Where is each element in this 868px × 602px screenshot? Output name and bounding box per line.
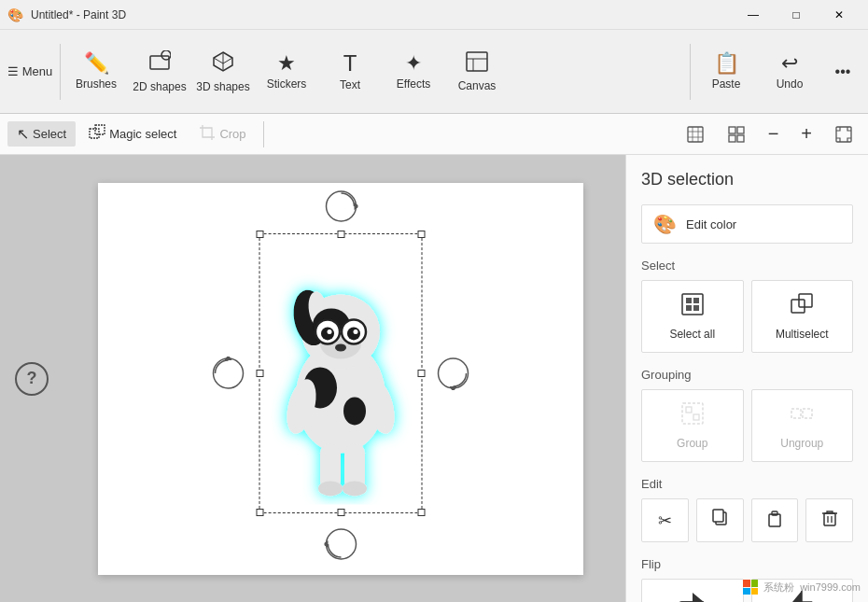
svg-rect-10 xyxy=(729,135,735,142)
zoom-out-button[interactable]: − xyxy=(761,119,787,148)
help-button[interactable]: ? xyxy=(15,362,49,396)
title-bar: 🎨 Untitled* - Paint 3D — □ ✕ xyxy=(0,0,868,30)
paste-icon: 📋 xyxy=(714,53,739,74)
effects-icon: ✦ xyxy=(405,53,422,74)
toolbar-brushes[interactable]: ✏️ Brushes xyxy=(64,35,128,109)
toolbar-paste[interactable]: 📋 Paste xyxy=(694,35,758,109)
crop-button[interactable]: Crop xyxy=(189,120,255,148)
fit-button[interactable] xyxy=(827,121,861,147)
brushes-icon: ✏️ xyxy=(84,53,109,74)
svg-rect-53 xyxy=(791,409,801,418)
zoom-in-button[interactable]: + xyxy=(793,119,819,148)
text-icon: T xyxy=(343,52,357,75)
view-3d-button[interactable] xyxy=(679,121,712,147)
stickers-icon: ★ xyxy=(277,53,296,74)
right-panel: 3D selection 🎨 Edit color Select Select … xyxy=(625,155,868,602)
windows-logo xyxy=(743,580,758,595)
select-button[interactable]: ↖ Select xyxy=(7,121,76,147)
ungroup-label: Ungroup xyxy=(780,437,823,450)
flip-vertical-button[interactable] xyxy=(641,579,744,602)
handle-bottom-center[interactable] xyxy=(337,509,344,516)
svg-point-35 xyxy=(326,191,356,221)
handle-top-left[interactable] xyxy=(257,231,264,238)
toolbar-effects[interactable]: ✦ Effects xyxy=(382,35,445,109)
svg-point-41 xyxy=(439,358,469,388)
magic-select-icon xyxy=(89,124,105,145)
svg-point-39 xyxy=(214,358,244,388)
svg-rect-43 xyxy=(682,294,703,315)
app-title: Untitled* - Paint 3D xyxy=(31,8,126,21)
toolbar-more[interactable]: ••• xyxy=(821,35,864,109)
grouping-section-label: Grouping xyxy=(641,368,853,382)
svg-rect-8 xyxy=(729,127,735,133)
paste-edit-button[interactable] xyxy=(751,498,799,542)
main-area: ? xyxy=(0,155,868,602)
handle-bottom-right[interactable] xyxy=(418,509,426,516)
minimize-button[interactable]: — xyxy=(732,0,775,30)
svg-point-1 xyxy=(161,50,171,60)
multiselect-button[interactable]: Multiselect xyxy=(751,280,854,353)
toolbar-text[interactable]: T Text xyxy=(318,35,382,109)
svg-rect-6 xyxy=(95,125,105,134)
canvas-container[interactable] xyxy=(56,155,625,602)
close-button[interactable]: ✕ xyxy=(818,0,861,30)
tilt-right-handle[interactable] xyxy=(437,357,470,390)
group-button[interactable]: Group xyxy=(641,389,744,462)
ungroup-button[interactable]: Ungroup xyxy=(751,389,854,462)
svg-rect-50 xyxy=(682,403,703,424)
edit-section-label: Edit xyxy=(641,477,853,491)
handle-top-center[interactable] xyxy=(337,231,344,238)
svg-rect-49 xyxy=(799,294,812,307)
panel-title: 3D selection xyxy=(641,170,853,189)
edit-buttons: ✂ xyxy=(641,498,853,542)
svg-rect-5 xyxy=(90,129,99,138)
effects-label: Effects xyxy=(397,77,430,91)
svg-rect-57 xyxy=(769,514,780,526)
watermark-url: win7999.com xyxy=(800,581,861,593)
stickers-label: Stickers xyxy=(267,77,307,91)
maximize-button[interactable]: □ xyxy=(775,0,818,30)
svg-rect-56 xyxy=(713,510,723,522)
toolbar-stickers[interactable]: ★ Stickers xyxy=(255,35,318,109)
grouping-buttons: Group Ungroup xyxy=(641,389,853,462)
app-icon: 🎨 xyxy=(7,7,23,22)
svg-marker-60 xyxy=(693,593,704,602)
multiselect-label: Multiselect xyxy=(776,328,829,341)
more-icon: ••• xyxy=(835,64,851,79)
svg-rect-9 xyxy=(737,127,744,133)
edit-color-button[interactable]: 🎨 Edit color xyxy=(641,204,853,244)
watermark-text: 系统粉 xyxy=(763,581,794,595)
toolbar-menu[interactable]: ☰ Menu xyxy=(4,35,56,109)
command-bar: ↖ Select Magic select Crop − + xyxy=(0,114,868,155)
canvas-label: Canvas xyxy=(458,79,497,92)
select-label: Select xyxy=(33,127,66,141)
crop-label: Crop xyxy=(219,127,245,141)
copy-button[interactable] xyxy=(696,498,744,542)
svg-point-37 xyxy=(326,529,356,559)
magic-select-button[interactable]: Magic select xyxy=(79,120,186,148)
toolbar-undo[interactable]: ↩ Undo xyxy=(758,35,821,109)
rotate-top-handle[interactable] xyxy=(324,189,357,223)
tilt-left-handle[interactable] xyxy=(212,357,245,390)
3dshapes-label: 3D shapes xyxy=(196,80,249,93)
command-bar-right: − + xyxy=(679,119,861,148)
svg-rect-45 xyxy=(693,298,699,303)
select-all-button[interactable]: Select all xyxy=(641,280,744,353)
delete-button[interactable] xyxy=(805,498,853,542)
handle-middle-right[interactable] xyxy=(418,370,426,377)
paste-edit-icon xyxy=(765,509,784,532)
toolbar-2dshapes[interactable]: 2D shapes xyxy=(128,35,191,109)
svg-rect-47 xyxy=(693,305,699,311)
handle-bottom-left[interactable] xyxy=(257,509,264,516)
handle-middle-left[interactable] xyxy=(257,370,264,377)
canvas xyxy=(98,183,583,575)
color-palette-icon: 🎨 xyxy=(653,213,677,235)
grid-button[interactable] xyxy=(720,121,753,147)
toolbar-canvas[interactable]: Canvas xyxy=(445,35,509,109)
rotate-bottom-handle[interactable] xyxy=(324,527,357,561)
toolbar-3dshapes[interactable]: 3D shapes xyxy=(191,35,255,109)
cut-button[interactable]: ✂ xyxy=(641,498,689,542)
handle-top-right[interactable] xyxy=(418,231,426,238)
multiselect-icon xyxy=(790,292,814,322)
group-icon xyxy=(680,401,705,431)
